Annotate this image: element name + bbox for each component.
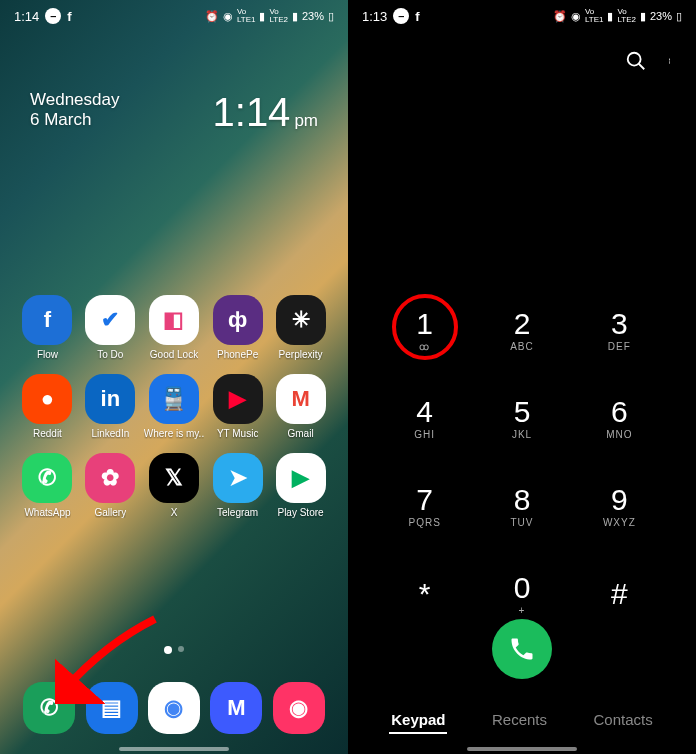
status-time-r: 1:13 xyxy=(362,9,387,24)
app-tile: ● xyxy=(22,374,72,424)
app-tile: ✳ xyxy=(276,295,326,345)
app-tile: ✆ xyxy=(22,453,72,503)
app-whatsapp[interactable]: ✆WhatsApp xyxy=(18,453,77,518)
key-0[interactable]: 0+ xyxy=(473,564,570,624)
wifi-icon: ◉ xyxy=(223,10,233,23)
key-number: 3 xyxy=(611,309,628,339)
app-to-do[interactable]: ✔To Do xyxy=(81,295,140,360)
gesture-bar-r[interactable] xyxy=(467,747,577,751)
key-subtext: TUV xyxy=(510,517,533,528)
app-x[interactable]: 𝕏X xyxy=(144,453,204,518)
wifi-icon-r: ◉ xyxy=(571,10,581,23)
app-label: Where is my.. xyxy=(144,428,204,439)
tab-recents[interactable]: Recents xyxy=(490,707,549,734)
dnd-icon-r: – xyxy=(393,8,409,24)
key-8[interactable]: 8TUV xyxy=(473,476,570,536)
page-indicator[interactable] xyxy=(164,646,184,654)
page-dot-2 xyxy=(178,646,184,652)
app-where-is-my-[interactable]: 🚆Where is my.. xyxy=(144,374,204,439)
tab-keypad[interactable]: Keypad xyxy=(389,707,447,734)
battery-percent-r: 23% xyxy=(650,10,672,22)
key-number: 4 xyxy=(416,397,433,427)
alarm-icon-r: ⏰ xyxy=(553,10,567,23)
dock-moj[interactable]: M xyxy=(210,682,262,734)
key-7[interactable]: 7PQRS xyxy=(376,476,473,536)
key-number: 0 xyxy=(514,573,531,603)
key-subtext: DEF xyxy=(608,341,631,352)
app-label: Play Store xyxy=(277,507,323,518)
app-label: Gallery xyxy=(95,507,127,518)
app-linkedin[interactable]: inLinkedIn xyxy=(81,374,140,439)
signal2-icon-r: ▮ xyxy=(640,10,646,23)
key-number: 7 xyxy=(416,485,433,515)
key-5[interactable]: 5JKL xyxy=(473,388,570,448)
dock-phone[interactable]: ✆ xyxy=(23,682,75,734)
key-2[interactable]: 2ABC xyxy=(473,300,570,360)
app-tile: ◧ xyxy=(149,295,199,345)
key-number: * xyxy=(419,577,431,611)
app-label: PhonePe xyxy=(217,349,258,360)
key-4[interactable]: 4GHI xyxy=(376,388,473,448)
battery-percent: 23% xyxy=(302,10,324,22)
flow-status-icon: f xyxy=(67,9,71,24)
dock-chrome[interactable]: ◉ xyxy=(148,682,200,734)
dock-camera[interactable]: ◉ xyxy=(273,682,325,734)
app-tile: M xyxy=(276,374,326,424)
key-3[interactable]: 3DEF xyxy=(571,300,668,360)
app-gmail[interactable]: MGmail xyxy=(271,374,330,439)
status-bar-right: 1:13 – f ⏰ ◉ VoLTE1 ▮ VoLTE2 ▮ 23% ▯ xyxy=(348,0,696,32)
key-subtext: MNO xyxy=(606,429,632,440)
app-tile: ➤ xyxy=(213,453,263,503)
status-bar-left: 1:14 – f ⏰ ◉ VoLTE1 ▮ VoLTE2 ▮ 23% ▯ xyxy=(0,0,348,32)
alarm-icon: ⏰ xyxy=(205,10,219,23)
dock-messages[interactable]: ▤ xyxy=(86,682,138,734)
app-good-lock[interactable]: ◧Good Lock xyxy=(144,295,204,360)
key-subtext: JKL xyxy=(512,429,532,440)
app-reddit[interactable]: ●Reddit xyxy=(18,374,77,439)
app-label: Flow xyxy=(37,349,58,360)
key-6[interactable]: 6MNO xyxy=(571,388,668,448)
search-icon[interactable] xyxy=(625,50,647,72)
more-options-icon[interactable] xyxy=(669,50,674,72)
app-telegram[interactable]: ➤Telegram xyxy=(208,453,267,518)
key-*[interactable]: * xyxy=(376,564,473,624)
key-subtext: ꝏ xyxy=(419,341,430,352)
clock-time: 1:14 xyxy=(213,90,291,135)
keypad: 1ꝏ2ABC3DEF4GHI5JKL6MNO7PQRS8TUV9WXYZ*0+# xyxy=(348,300,696,624)
signal1-icon-r: ▮ xyxy=(607,10,613,23)
app-gallery[interactable]: ✿Gallery xyxy=(81,453,140,518)
key-#[interactable]: # xyxy=(571,564,668,624)
date-daymonth: 6 March xyxy=(30,110,119,130)
gesture-bar[interactable] xyxy=(119,747,229,751)
app-play-store[interactable]: ▶Play Store xyxy=(271,453,330,518)
app-flow[interactable]: fFlow xyxy=(18,295,77,360)
status-time: 1:14 xyxy=(14,9,39,24)
app-yt-music[interactable]: ▶YT Music xyxy=(208,374,267,439)
key-number: # xyxy=(611,577,628,611)
key-number: 2 xyxy=(514,309,531,339)
tab-contacts[interactable]: Contacts xyxy=(592,707,655,734)
battery-icon-r: ▯ xyxy=(676,10,682,23)
page-dot-1 xyxy=(164,646,172,654)
svg-point-3 xyxy=(669,59,670,60)
dnd-icon: – xyxy=(45,8,61,24)
svg-point-1 xyxy=(628,53,641,66)
app-label: Reddit xyxy=(33,428,62,439)
call-button[interactable] xyxy=(492,619,552,679)
key-1[interactable]: 1ꝏ xyxy=(376,300,473,360)
dock: ✆▤◉M◉ xyxy=(0,682,348,734)
app-label: Gmail xyxy=(287,428,313,439)
app-perplexity[interactable]: ✳Perplexity xyxy=(271,295,330,360)
app-tile: f xyxy=(22,295,72,345)
app-tile: ✿ xyxy=(85,453,135,503)
app-label: WhatsApp xyxy=(24,507,70,518)
svg-line-2 xyxy=(639,64,645,70)
app-label: YT Music xyxy=(217,428,259,439)
app-phonepe[interactable]: фPhonePe xyxy=(208,295,267,360)
key-subtext: ABC xyxy=(510,341,534,352)
app-label: Good Lock xyxy=(150,349,198,360)
app-label: Telegram xyxy=(217,507,258,518)
clock-widget[interactable]: Wednesday 6 March 1:14 pm xyxy=(0,90,348,135)
app-tile: 𝕏 xyxy=(149,453,199,503)
key-9[interactable]: 9WXYZ xyxy=(571,476,668,536)
